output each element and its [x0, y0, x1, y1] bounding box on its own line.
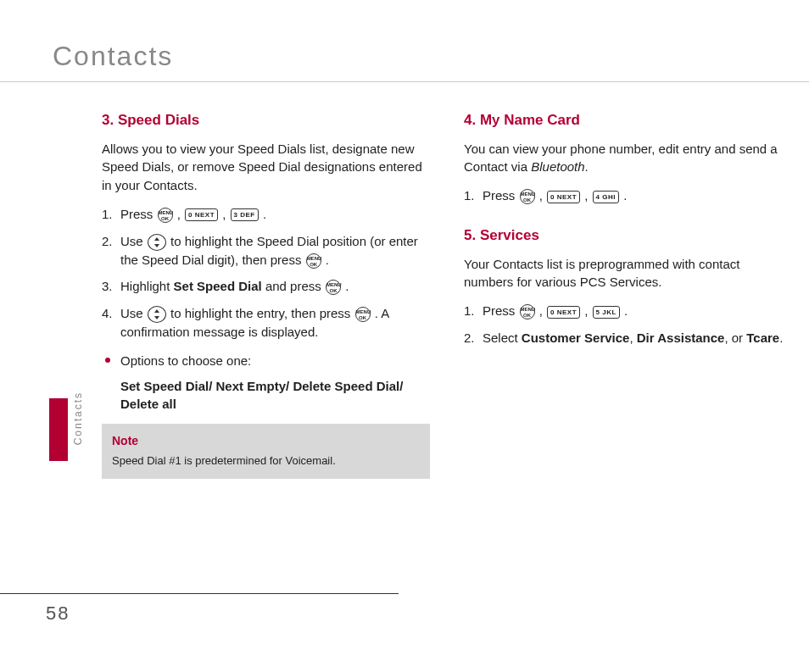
left-column: 3. Speed Dials Allows you to view your S…: [102, 110, 430, 479]
key-0-icon: 0 NEXT: [185, 208, 218, 221]
note-heading: Note: [112, 432, 420, 449]
step-num: 1.: [102, 205, 113, 224]
step-2: 2. Select Customer Service, Dir Assistan…: [464, 329, 792, 347]
step-text: to highlight the entry, then press: [170, 306, 354, 320]
my-name-card-intro: You can view your phone number, edit ent…: [464, 140, 792, 177]
my-name-card-steps: 1. Press MENUOK , 0 NEXT , 4 GHI .: [464, 186, 792, 205]
step-3: 3. Highlight Set Speed Dial and press ME…: [102, 277, 430, 296]
heading-services: 5. Services: [464, 225, 792, 247]
text: You can view your phone number, edit ent…: [464, 142, 778, 175]
menu-ok-key-icon: MENUOK: [520, 304, 535, 319]
bold-text: Customer Service: [522, 330, 630, 345]
step-text: .: [779, 330, 783, 345]
step-text: Press: [120, 207, 157, 221]
options-bullet: Options to choose one:: [102, 352, 430, 370]
bold-text: Tcare: [746, 330, 779, 345]
speed-dials-intro: Allows you to view your Speed Dials list…: [102, 140, 430, 195]
nav-key-icon: [148, 306, 166, 323]
step-text: Highlight: [120, 279, 174, 293]
step-num: 4.: [102, 304, 113, 323]
bullet-text: Options to choose one:: [120, 353, 251, 368]
heading-my-name-card: 4. My Name Card: [464, 110, 792, 131]
step-2: 2. Use to highlight the Speed Dial posit…: [102, 232, 430, 269]
key-3-icon: 3 DEF: [231, 208, 259, 221]
heading-speed-dials: 3. Speed Dials: [102, 110, 430, 131]
services-intro: Your Contacts list is preprogrammed with…: [464, 255, 792, 292]
nav-key-icon: [148, 234, 166, 251]
note-box: Note Speed Dial #1 is predetermined for …: [102, 424, 430, 479]
menu-ok-key-icon: MENUOK: [326, 280, 341, 295]
step-text: , or: [724, 330, 746, 345]
step-text: and press: [262, 279, 325, 293]
bold-text: Dir Assistance: [637, 330, 725, 345]
step-text: Use: [120, 234, 147, 248]
page-title: Contacts: [53, 41, 173, 72]
step-num: 1.: [464, 302, 475, 320]
speed-dials-steps: 1. Press MENUOK , 0 NEXT , 3 DEF . 2. Us…: [102, 205, 430, 342]
step-num: 2.: [464, 329, 475, 347]
step-num: 2.: [102, 232, 113, 251]
menu-ok-key-icon: MENUOK: [158, 208, 173, 223]
step-4: 4. Use to highlight the entry, then pres…: [102, 304, 430, 342]
options-list: Set Speed Dial/ Next Empty/ Delete Speed…: [102, 377, 430, 414]
page-number: 58: [46, 603, 70, 625]
step-text: Press: [483, 188, 519, 203]
key-0-icon: 0 NEXT: [547, 191, 580, 203]
menu-ok-key-icon: MENUOK: [520, 189, 535, 204]
step-num: 3.: [102, 277, 113, 296]
text: .: [585, 159, 589, 174]
step-text: Use: [120, 306, 147, 320]
menu-ok-key-icon: MENUOK: [355, 307, 371, 322]
key-5-icon: 5 JKL: [593, 306, 620, 319]
step-1: 1. Press MENUOK , 0 NEXT , 5 JKL .: [464, 302, 792, 320]
divider-top: [0, 81, 809, 82]
step-num: 1.: [464, 186, 475, 205]
key-0-icon: 0 NEXT: [547, 306, 580, 319]
step-1: 1. Press MENUOK , 0 NEXT , 4 GHI .: [464, 186, 792, 205]
menu-ok-key-icon: MENUOK: [306, 253, 321, 269]
services-steps: 1. Press MENUOK , 0 NEXT , 5 JKL . 2. Se…: [464, 302, 792, 347]
step-1: 1. Press MENUOK , 0 NEXT , 3 DEF .: [102, 205, 430, 224]
step-text: Select: [483, 330, 522, 345]
key-4-icon: 4 GHI: [593, 191, 619, 203]
bold-text: Set Speed Dial: [174, 279, 262, 293]
right-column: 4. My Name Card You can view your phone …: [464, 110, 792, 479]
italic-text: Bluetooth: [531, 159, 584, 174]
content-area: 3. Speed Dials Allows you to view your S…: [102, 110, 792, 479]
side-tab: [49, 398, 68, 461]
side-label: Contacts: [72, 392, 84, 445]
divider-bottom: [0, 593, 399, 594]
step-text: Press: [483, 303, 519, 318]
note-body: Speed Dial #1 is predetermined for Voice…: [112, 453, 420, 469]
